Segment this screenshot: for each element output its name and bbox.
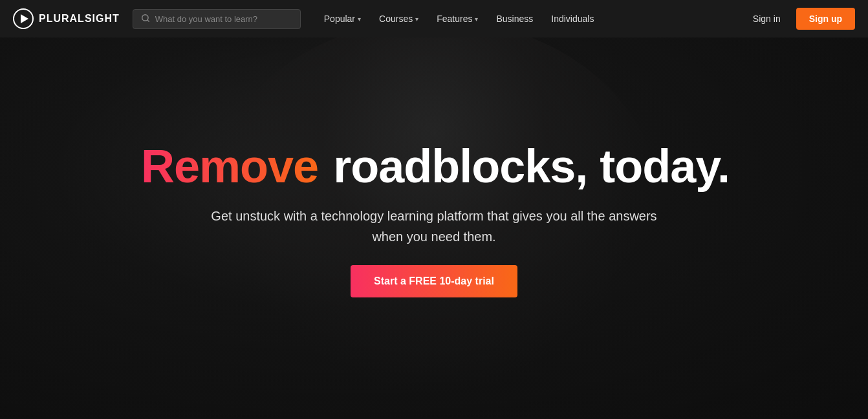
navbar: PLURALSIGHT Popular ▾ Courses ▾ Features…: [0, 0, 868, 38]
nav-item-courses[interactable]: Courses ▾: [371, 8, 426, 29]
nav-item-individuals[interactable]: Individuals: [543, 8, 602, 29]
hero-subtitle: Get unstuck with a technology learning p…: [208, 206, 660, 247]
search-input[interactable]: [155, 14, 292, 24]
logo[interactable]: PLURALSIGHT: [13, 8, 120, 29]
hero-title: Remove roadblocks, today.: [138, 141, 730, 192]
svg-line-1: [147, 19, 149, 21]
search-icon: [141, 14, 150, 25]
sign-in-button[interactable]: Sign in: [745, 8, 788, 29]
hero-content: Remove roadblocks, today. Get unstuck wi…: [138, 141, 730, 297]
hero-cta-button[interactable]: Start a FREE 10-day trial: [351, 265, 517, 297]
chevron-down-icon: ▾: [475, 16, 478, 23]
nav-links: Popular ▾ Courses ▾ Features ▾ Business …: [316, 8, 745, 29]
nav-item-popular[interactable]: Popular ▾: [316, 8, 369, 29]
logo-text: PLURALSIGHT: [39, 13, 120, 25]
nav-item-business[interactable]: Business: [488, 8, 541, 29]
search-bar[interactable]: [133, 9, 301, 29]
chevron-down-icon: ▾: [415, 16, 418, 23]
chevron-down-icon: ▾: [358, 16, 361, 23]
logo-icon: [13, 8, 34, 29]
hero-title-highlighted-word: Remove: [138, 140, 321, 192]
nav-item-features[interactable]: Features ▾: [429, 8, 486, 29]
hero-title-rest: roadblocks, today.: [321, 140, 730, 192]
hero-section: Remove roadblocks, today. Get unstuck wi…: [0, 0, 868, 419]
nav-actions: Sign in Sign up: [745, 8, 855, 30]
sign-up-button[interactable]: Sign up: [796, 8, 855, 30]
